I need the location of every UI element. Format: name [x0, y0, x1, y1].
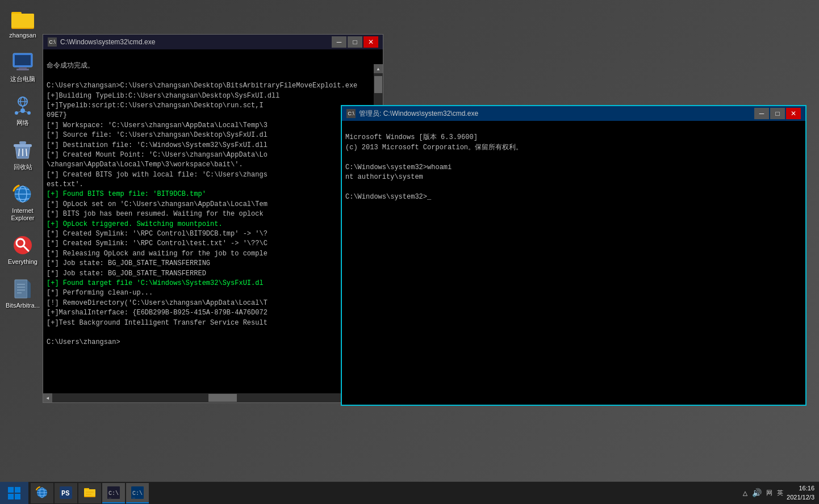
icon-ie[interactable]: Internet Explorer: [3, 181, 43, 224]
svg-rect-35: [15, 487, 20, 493]
svg-rect-6: [16, 69, 29, 70]
svg-rect-17: [19, 141, 26, 144]
taskbar-cmd2-icon: C:\ _: [131, 486, 144, 499]
svg-rect-47: [86, 494, 91, 495]
cmd-small-icon-1: C:\: [48, 37, 57, 47]
network-icon: [11, 95, 34, 117]
svg-point-12: [15, 111, 18, 115]
icon-label-this-pc: 这台电脑: [10, 75, 35, 83]
cmd-title-text-1: C:\Windows\system32\cmd.exe: [60, 38, 155, 46]
windows-logo: [7, 486, 21, 500]
cmd-titlebar-1[interactable]: C:\ C:\Windows\system32\cmd.exe ─ □ ✕: [43, 35, 383, 49]
taskbar-item-cmd2[interactable]: C:\ _: [126, 483, 149, 503]
icon-label-network: 网络: [16, 119, 29, 127]
svg-rect-34: [8, 487, 14, 493]
desktop: zhangsan 这台电脑: [0, 0, 819, 504]
svg-line-20: [26, 149, 27, 156]
taskbar-ie-icon: [36, 486, 48, 499]
taskbar-item-powershell[interactable]: PS: [55, 483, 77, 503]
cmd-minimize-1[interactable]: ─: [332, 36, 346, 48]
ie-icon: [11, 183, 34, 205]
svg-line-18: [19, 149, 19, 156]
svg-rect-5: [19, 67, 27, 69]
taskbar-powershell-icon: PS: [60, 486, 72, 499]
svg-line-15: [24, 111, 28, 112]
icon-label-everything: Everything: [8, 258, 37, 266]
icon-zhangsan[interactable]: zhangsan: [3, 6, 43, 41]
cmd-window-1: C:\ C:\Windows\system32\cmd.exe ─ □ ✕ 命令…: [43, 34, 383, 403]
svg-text:PS: PS: [61, 490, 69, 498]
cmd-maximize-1[interactable]: □: [348, 36, 362, 48]
cmd-scrollbar-h-1[interactable]: ◄ ►: [43, 393, 374, 402]
cmd-titlebar-2[interactable]: C:\ 管理员: C:\Windows\system32\cmd.exe ─ □…: [342, 106, 805, 121]
scroll-thumb-h-1: [208, 394, 237, 402]
cmd-content-1: 命令成功完成。 C:\Users\zhangsan>C:\Users\zhang…: [43, 49, 383, 388]
taskbar-items: PS C:\ _: [28, 483, 738, 503]
icon-bitsarbitra[interactable]: BitsArbitra...: [3, 276, 43, 311]
folder-icon: [11, 7, 34, 30]
svg-rect-4: [15, 55, 31, 65]
cmd-close-1[interactable]: ✕: [363, 36, 378, 48]
svg-line-14: [18, 111, 21, 112]
start-button[interactable]: [0, 482, 28, 505]
icon-everything[interactable]: Everything: [3, 232, 43, 267]
file-icon: [11, 278, 34, 300]
everything-icon: [11, 234, 34, 257]
icon-network[interactable]: 网络: [3, 93, 43, 128]
tray-clock: 16:16: [787, 484, 814, 493]
svg-marker-28: [27, 280, 31, 283]
icon-recycle[interactable]: 回收站: [3, 137, 43, 173]
svg-rect-46: [86, 492, 94, 493]
tray-lang-icon[interactable]: 英: [777, 489, 783, 497]
svg-rect-29: [27, 283, 31, 298]
svg-text:_: _: [132, 494, 135, 499]
cmd-controls-1: ─ □ ✕: [332, 36, 378, 48]
taskbar-tray: △ 🔊 网 英 16:16 2021/12/3: [738, 484, 819, 502]
svg-point-13: [27, 111, 31, 115]
icon-label-recycle: 回收站: [14, 163, 32, 171]
taskbar-item-explorer[interactable]: [78, 483, 101, 503]
scroll-left-1[interactable]: ◄: [43, 393, 52, 402]
svg-rect-36: [8, 494, 14, 499]
tray-network-icon[interactable]: 网: [766, 489, 772, 497]
svg-point-10: [20, 108, 25, 113]
cmd-small-icon-2: C:\: [346, 109, 356, 118]
cmd-content-2: Microsoft Windows [版本 6.3.9600] (c) 2013…: [342, 121, 805, 390]
scroll-track-h-1[interactable]: [52, 393, 365, 402]
cmd-controls-2: ─ □ ✕: [754, 108, 801, 119]
icon-label-ie: Internet Explorer: [5, 207, 41, 222]
taskbar-item-ie[interactable]: [31, 483, 53, 503]
tray-volume-icon[interactable]: 🔊: [752, 488, 762, 498]
tray-icons: △ 🔊 网 英: [743, 488, 783, 498]
icon-label-bitsarbitra: BitsArbitra...: [6, 302, 40, 309]
taskbar: PS C:\ _: [0, 481, 819, 504]
cmd-title-text-2: 管理员: C:\Windows\system32\cmd.exe: [359, 109, 478, 119]
svg-rect-37: [15, 494, 20, 499]
svg-rect-2: [11, 14, 34, 28]
svg-rect-16: [14, 144, 32, 147]
svg-rect-27: [15, 280, 27, 298]
svg-text:_: _: [108, 494, 111, 499]
cmd-minimize-2[interactable]: ─: [754, 108, 769, 119]
cmd-maximize-2[interactable]: □: [770, 108, 785, 119]
scroll-up-1[interactable]: ▲: [374, 64, 383, 73]
computer-icon: [11, 51, 34, 74]
scroll-thumb-1: [374, 76, 382, 93]
desktop-icon-area: zhangsan 这台电脑: [0, 0, 45, 317]
icon-this-pc[interactable]: 这台电脑: [3, 49, 43, 85]
cmd-window-2: C:\ 管理员: C:\Windows\system32\cmd.exe ─ □…: [341, 105, 807, 406]
taskbar-cmd1-icon: C:\ _: [107, 486, 120, 499]
tray-chevron-icon[interactable]: △: [743, 488, 747, 498]
tray-date: 2021/12/3: [787, 493, 814, 502]
taskbar-explorer-icon: [83, 486, 96, 499]
taskbar-item-cmd1[interactable]: C:\ _: [102, 483, 125, 503]
icon-label-zhangsan: zhangsan: [9, 32, 36, 39]
cmd-close-2[interactable]: ✕: [786, 108, 801, 119]
recycle-icon: [11, 139, 34, 162]
tray-time[interactable]: 16:16 2021/12/3: [787, 484, 814, 502]
